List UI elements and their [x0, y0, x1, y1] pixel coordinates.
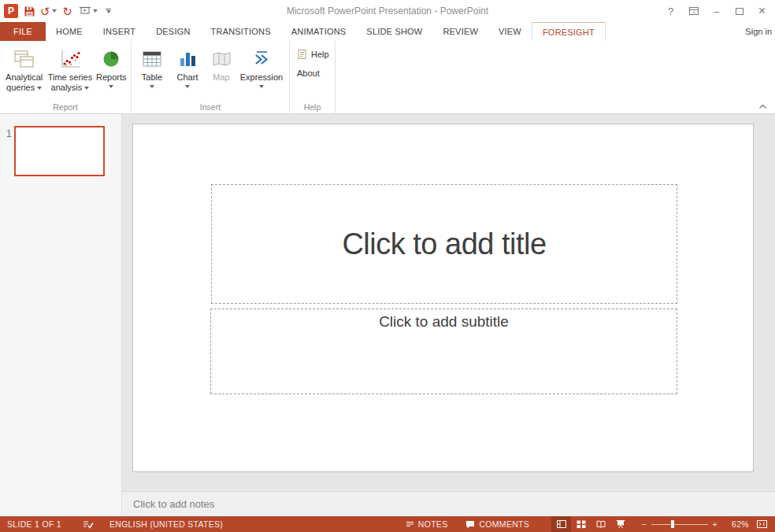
title-placeholder[interactable]: Click to add title — [211, 184, 677, 304]
help-ribbon-button[interactable]: Help — [297, 46, 329, 62]
zoom-slider-track — [651, 524, 708, 525]
tab-view[interactable]: VIEW — [488, 22, 532, 41]
comments-toggle-button[interactable]: COMMENTS — [460, 516, 534, 532]
zoom-slider-thumb[interactable] — [671, 520, 674, 528]
tab-file[interactable]: FILE — [0, 22, 46, 41]
slide-number: 1 — [6, 128, 12, 139]
undo-dropdown-icon[interactable] — [52, 9, 57, 13]
time-series-label-2: analysis — [51, 83, 83, 92]
powerpoint-app-icon[interactable]: P — [4, 4, 18, 18]
ribbon-display-options-icon — [688, 6, 699, 16]
undo-icon: ↺ — [40, 6, 50, 17]
fit-slide-to-window-button[interactable] — [752, 516, 772, 532]
close-button[interactable]: × — [751, 1, 773, 21]
tab-review[interactable]: REVIEW — [432, 22, 488, 41]
save-icon — [24, 6, 35, 17]
expression-button[interactable]: Expression — [238, 43, 285, 102]
reading-view-button[interactable] — [591, 516, 610, 532]
ribbon-display-options-button[interactable] — [682, 1, 705, 21]
dropdown-arrow-icon — [259, 85, 264, 88]
analytical-queries-icon — [13, 46, 36, 72]
dropdown-arrow-icon — [150, 85, 154, 88]
slide-thumbnail[interactable] — [14, 126, 105, 176]
notes-pane[interactable]: Click to add notes — [122, 491, 775, 516]
chart-button[interactable]: Chart — [170, 43, 205, 102]
window-controls: ? – × — [659, 0, 773, 22]
slide-editing-area: Click to add title Click to add subtitle — [122, 114, 775, 491]
ribbon-group-insert: Table Chart Map Expression — [132, 41, 290, 113]
zoom-slider[interactable] — [651, 516, 708, 532]
slide-sorter-view-button[interactable] — [571, 516, 591, 532]
zoom-out-icon: − — [641, 519, 646, 529]
zoom-in-button[interactable]: + — [711, 516, 719, 532]
redo-icon: ↻ — [62, 6, 72, 17]
time-series-analysis-icon — [58, 46, 82, 72]
status-left: SLIDE 1 OF 1 ENGLISH (UNITED STATES) — [0, 516, 228, 532]
reading-view-icon — [595, 519, 606, 529]
table-label: Table — [142, 72, 162, 83]
fit-to-window-icon — [756, 519, 768, 529]
about-button[interactable]: About — [297, 65, 329, 81]
maximize-button[interactable] — [728, 1, 751, 21]
expression-icon — [250, 46, 273, 72]
subtitle-placeholder[interactable]: Click to add subtitle — [210, 308, 677, 394]
notes-icon — [405, 519, 415, 529]
ribbon-group-report: Analytical queries Time series analysis … — [0, 41, 132, 113]
zoom-level-button[interactable]: 62% — [727, 516, 752, 532]
tab-foresight[interactable]: FORESIGHT — [532, 22, 606, 41]
collapse-ribbon-button[interactable] — [758, 104, 767, 109]
powerpoint-window: P ↺ ↻ Micro — [0, 0, 775, 532]
notes-toggle-button[interactable]: NOTES — [400, 516, 453, 532]
tab-slide-show[interactable]: SLIDE SHOW — [356, 22, 432, 41]
notes-toggle-label: NOTES — [418, 519, 448, 529]
start-dropdown-icon[interactable] — [93, 9, 98, 13]
help-button[interactable]: ? — [659, 1, 682, 21]
customize-qat-button[interactable] — [102, 2, 115, 20]
chart-label: Chart — [177, 72, 198, 83]
start-from-beginning-button[interactable] — [79, 2, 98, 20]
dropdown-arrow-icon — [185, 85, 190, 88]
tab-transitions[interactable]: TRANSITIONS — [201, 22, 281, 41]
status-right: NOTES COMMENTS — [400, 516, 775, 532]
ribbon-tab-bar: FILE HOME INSERT DESIGN TRANSITIONS ANIM… — [0, 22, 775, 41]
notes-placeholder-text: Click to add notes — [133, 498, 214, 510]
reports-button[interactable]: Reports — [95, 43, 128, 102]
ribbon-group-help: Help About Help — [290, 41, 336, 113]
save-button[interactable] — [23, 2, 35, 20]
table-button[interactable]: Table — [134, 43, 170, 102]
tab-insert[interactable]: INSERT — [93, 22, 146, 41]
slide-show-view-button[interactable] — [610, 516, 630, 532]
quick-access-toolbar: P ↺ ↻ — [4, 0, 115, 22]
slide-indicator: SLIDE 1 OF 1 — [2, 516, 66, 532]
spell-check-button[interactable] — [77, 516, 98, 532]
zoom-in-icon: + — [713, 519, 718, 529]
analytical-queries-button[interactable]: Analytical queries — [2, 43, 46, 102]
map-button: Map — [205, 43, 238, 102]
time-series-analysis-button[interactable]: Time series analysis — [46, 43, 94, 102]
tab-home[interactable]: HOME — [46, 22, 93, 41]
chart-icon — [176, 46, 198, 72]
ribbon: Analytical queries Time series analysis … — [0, 41, 775, 114]
customize-qat-arrow-icon — [106, 10, 111, 13]
redo-button[interactable]: ↻ — [61, 2, 74, 20]
minimize-button[interactable]: – — [705, 1, 728, 21]
analytical-queries-label-2: queries — [6, 83, 35, 92]
title-placeholder-text: Click to add title — [342, 227, 546, 261]
zoom-out-button[interactable]: − — [640, 516, 647, 532]
dropdown-arrow-icon — [84, 87, 89, 90]
sign-in-link[interactable]: Sign in — [745, 22, 772, 41]
dropdown-arrow-icon — [37, 87, 42, 90]
tab-design[interactable]: DESIGN — [146, 22, 200, 41]
normal-view-icon — [556, 519, 567, 529]
language-button[interactable]: ENGLISH (UNITED STATES) — [105, 516, 228, 532]
undo-button[interactable]: ↺ — [40, 2, 57, 20]
reports-icon — [101, 46, 121, 72]
minimize-icon: – — [714, 6, 719, 17]
slide-sorter-icon — [576, 519, 587, 529]
normal-view-button[interactable] — [551, 516, 571, 532]
help-doc-icon — [297, 49, 307, 60]
tab-animations[interactable]: ANIMATIONS — [281, 22, 357, 41]
group-label-insert: Insert — [132, 102, 289, 112]
slide-show-icon — [615, 519, 626, 529]
slide-canvas[interactable]: Click to add title Click to add subtitle — [132, 124, 754, 472]
